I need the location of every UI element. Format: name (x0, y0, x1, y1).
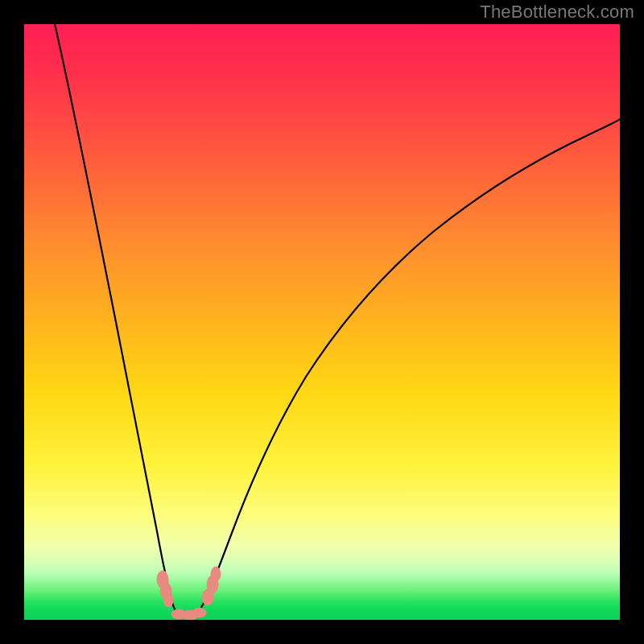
marker-right-cluster (202, 567, 221, 605)
plot-area (24, 24, 620, 620)
curve-svg (24, 24, 620, 620)
marker-bottom-cluster (171, 608, 206, 620)
bottleneck-curve (55, 24, 620, 617)
svg-point-8 (211, 567, 221, 581)
outer-frame: TheBottleneck.com (0, 0, 644, 644)
svg-point-5 (193, 608, 206, 617)
marker-left-cluster (157, 571, 173, 607)
watermark-text: TheBottleneck.com (480, 2, 634, 23)
svg-point-2 (163, 594, 173, 607)
